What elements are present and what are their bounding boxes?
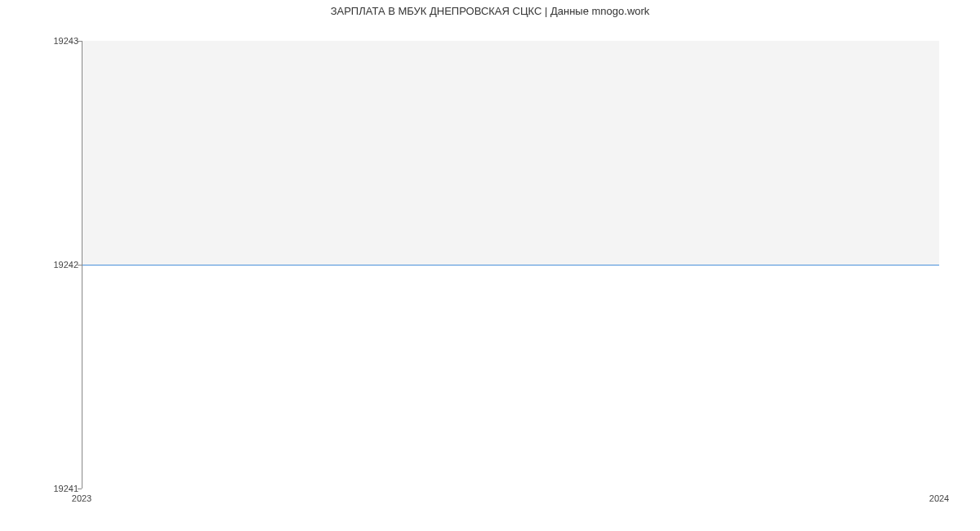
- y-tick-label: 19241: [53, 484, 78, 493]
- y-axis-line: [82, 41, 82, 489]
- chart-area: 19243 19242 19241 2023 2024: [82, 41, 939, 489]
- x-tick-label: 2023: [72, 493, 91, 503]
- plot-area: [82, 41, 939, 489]
- x-tick-label: 2024: [929, 493, 949, 503]
- y-tick-label: 19242: [53, 260, 78, 270]
- chart-title: ЗАРПЛАТА В МБУК ДНЕПРОВСКАЯ СЦКС | Данны…: [0, 5, 980, 17]
- area-fill: [82, 41, 939, 265]
- data-line: [82, 265, 939, 266]
- y-tick-label: 19243: [53, 36, 78, 46]
